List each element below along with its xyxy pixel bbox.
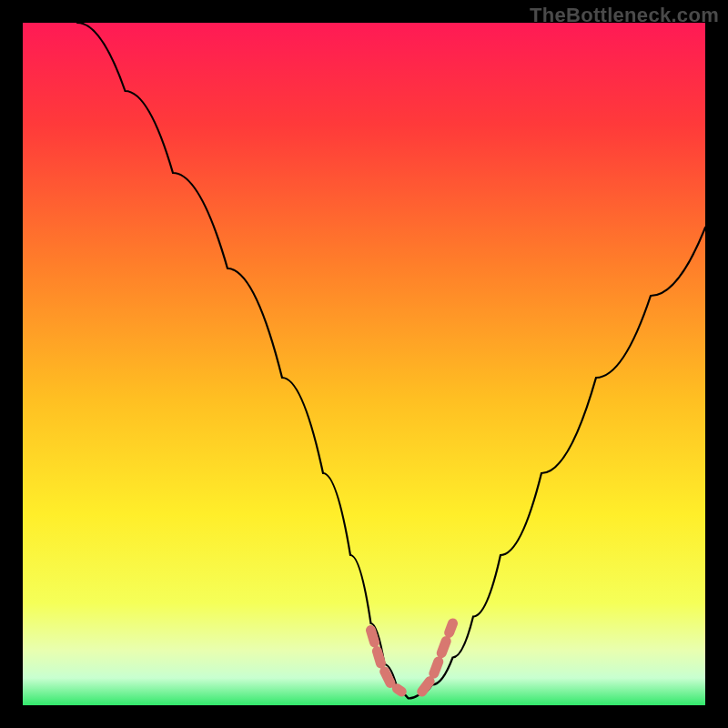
plot-area <box>23 23 705 714</box>
marker-right-hook <box>422 623 453 692</box>
marker-left-hook <box>371 631 402 693</box>
chart-frame: TheBottleneck.com <box>0 0 728 728</box>
watermark-text: TheBottleneck.com <box>530 4 719 27</box>
curve-path <box>77 23 705 699</box>
bottleneck-curve <box>23 23 705 705</box>
